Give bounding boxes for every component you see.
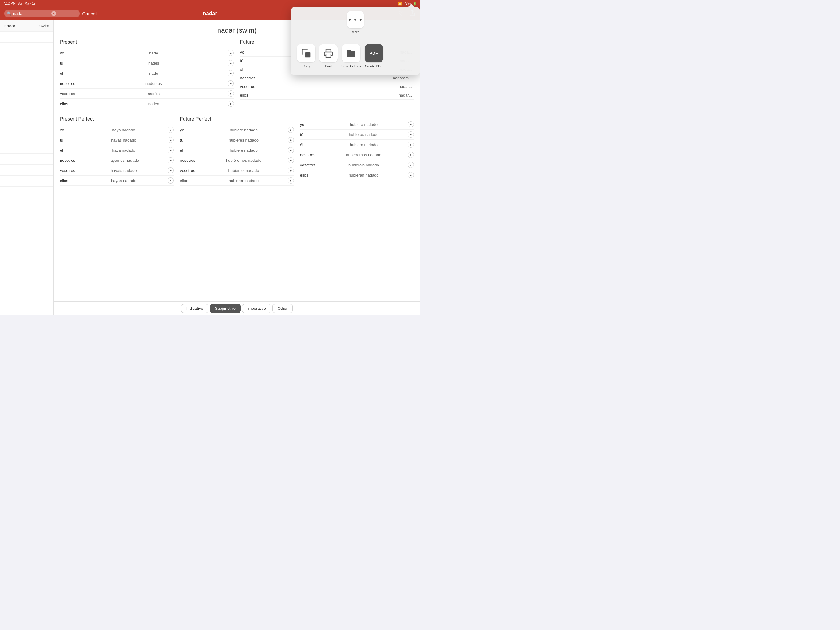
table-row: nosotros hayamos nadado ▶: [60, 155, 174, 166]
tab-imperative[interactable]: Imperative: [242, 304, 271, 313]
tab-indicative[interactable]: Indicative: [181, 304, 208, 313]
share-pdf-item[interactable]: PDF Create PDF: [365, 44, 383, 68]
sidebar-empty-5: [0, 76, 54, 87]
create-pdf-label: Create PDF: [365, 64, 383, 68]
table-row: tú hubieras nadado ▶: [300, 130, 414, 140]
sidebar-empty-8: [0, 109, 54, 120]
play-button[interactable]: ▶: [408, 131, 414, 138]
pdf-text: PDF: [369, 51, 378, 56]
table-row: vosotros hubiereis nadado ▶: [180, 166, 294, 176]
share-copy-item[interactable]: Copy: [297, 44, 316, 68]
dots-icon: • • •: [348, 16, 362, 24]
table-row: ellos hubieren nadado ▶: [180, 176, 294, 186]
table-row: nosotros hubiéramos nadado ▶: [300, 150, 414, 160]
table-row: vosotros hayáis nadado ▶: [60, 166, 174, 176]
search-input-wrap[interactable]: 🔍 ✕: [4, 10, 80, 17]
clear-search-button[interactable]: ✕: [51, 11, 56, 16]
status-date: Sun May 19: [17, 2, 36, 5]
tab-other[interactable]: Other: [272, 304, 293, 313]
nav-title: nadar: [203, 11, 217, 17]
play-button[interactable]: ▶: [167, 137, 174, 143]
play-button[interactable]: ▶: [288, 147, 294, 153]
table-row: yo haya nadado ▶: [60, 125, 174, 135]
sidebar-empty-2: [0, 43, 54, 54]
tab-bar: Indicative Subjunctive Imperative Other: [54, 301, 420, 315]
play-button[interactable]: ▶: [288, 157, 294, 163]
table-row: tú nades ▶: [60, 58, 234, 68]
future-perfect-alt-table: yo hubiera nadado ▶ tú hubieras nadado ▶…: [300, 119, 414, 180]
table-row: yo nade ▶: [60, 48, 234, 58]
play-button[interactable]: ▶: [167, 177, 174, 184]
create-pdf-icon[interactable]: PDF: [365, 44, 383, 62]
sidebar-empty-10: [0, 131, 54, 142]
play-button[interactable]: ▶: [167, 157, 174, 163]
play-button[interactable]: ▶: [408, 162, 414, 168]
table-row: tú hubieres nadado ▶: [180, 135, 294, 145]
copy-icon[interactable]: [297, 44, 316, 62]
present-perfect-section: Present Perfect yo haya nadado ▶ tú haya…: [60, 116, 174, 186]
play-button[interactable]: ▶: [167, 167, 174, 174]
share-save-item[interactable]: Save to Files: [341, 44, 361, 68]
share-sheet: • • • More Copy: [291, 7, 420, 75]
sidebar-empty-3: [0, 54, 54, 65]
sidebar-empty-1: [0, 32, 54, 43]
play-button[interactable]: ▶: [408, 152, 414, 158]
save-to-files-icon[interactable]: [342, 44, 360, 62]
sidebar-empty-13: [0, 165, 54, 176]
tab-subjunctive[interactable]: Subjunctive: [210, 304, 241, 313]
copy-label: Copy: [302, 64, 310, 68]
play-button[interactable]: ▶: [227, 80, 234, 86]
status-bar: 7:12 PM Sun May 19 📶 77% 🔋: [0, 0, 420, 7]
play-button[interactable]: ▶: [288, 167, 294, 174]
play-button[interactable]: ▶: [167, 127, 174, 133]
play-button[interactable]: ▶: [228, 90, 234, 97]
table-row: vosotros hubierais nadado ▶: [300, 160, 414, 170]
play-button[interactable]: ▶: [288, 177, 294, 184]
sidebar-word: nadar: [4, 24, 15, 28]
table-row: él nade ▶: [60, 68, 234, 78]
svg-rect-2: [326, 54, 331, 57]
search-icon: 🔍: [7, 11, 11, 16]
future-perfect-title: Future Perfect: [180, 116, 294, 122]
table-row: él haya nadado ▶: [60, 145, 174, 155]
sidebar-empty-7: [0, 98, 54, 109]
play-button[interactable]: ▶: [227, 50, 234, 56]
play-button[interactable]: ▶: [288, 137, 294, 143]
table-row: yo hubiere nadado ▶: [180, 125, 294, 135]
table-row: él hubiera nadado ▶: [300, 140, 414, 150]
play-button[interactable]: ▶: [288, 127, 294, 133]
share-actions-row: Copy Print Save to Files: [291, 41, 420, 71]
play-button[interactable]: ▶: [408, 121, 414, 127]
play-button[interactable]: ▶: [227, 60, 234, 66]
play-button[interactable]: ▶: [228, 101, 234, 107]
search-input[interactable]: [13, 11, 50, 16]
play-button[interactable]: ▶: [408, 172, 414, 178]
print-icon[interactable]: [319, 44, 338, 62]
sidebar-empty-14: [0, 176, 54, 187]
share-print-item[interactable]: Print: [319, 44, 338, 68]
cancel-button[interactable]: Cancel: [82, 11, 96, 16]
table-row: nosotros hubiéremos nadado ▶: [180, 155, 294, 166]
present-table: yo nade ▶ tú nades ▶ él nade ▶: [60, 48, 234, 109]
play-button[interactable]: ▶: [408, 141, 414, 148]
future-perfect-alt-section: yo hubiera nadado ▶ tú hubieras nadado ▶…: [300, 116, 414, 186]
future-perfect-table: yo hubiere nadado ▶ tú hubieres nadado ▶…: [180, 125, 294, 186]
present-perfect-table: yo haya nadado ▶ tú hayas nadado ▶ él ha…: [60, 125, 174, 186]
present-title: Present: [60, 40, 234, 45]
save-to-files-label: Save to Files: [341, 64, 361, 68]
table-row: nosotros nademos ▶: [60, 78, 234, 89]
sidebar-empty-11: [0, 142, 54, 154]
sidebar-item[interactable]: nadar swim: [0, 20, 54, 32]
more-label: More: [351, 30, 359, 34]
present-perfect-title: Present Perfect: [60, 116, 174, 122]
section-row-2: Present Perfect yo haya nadado ▶ tú haya…: [60, 116, 414, 186]
print-label: Print: [325, 64, 332, 68]
play-button[interactable]: ▶: [227, 70, 234, 76]
status-time: 7:12 PM: [3, 2, 16, 5]
sidebar-empty-6: [0, 87, 54, 98]
share-more-item[interactable]: • • • More: [297, 11, 414, 34]
more-icon[interactable]: • • •: [347, 11, 364, 28]
play-button[interactable]: ▶: [167, 147, 174, 153]
table-row: ellos hubieran nadado ▶: [300, 170, 414, 180]
sidebar-empty-12: [0, 154, 54, 165]
